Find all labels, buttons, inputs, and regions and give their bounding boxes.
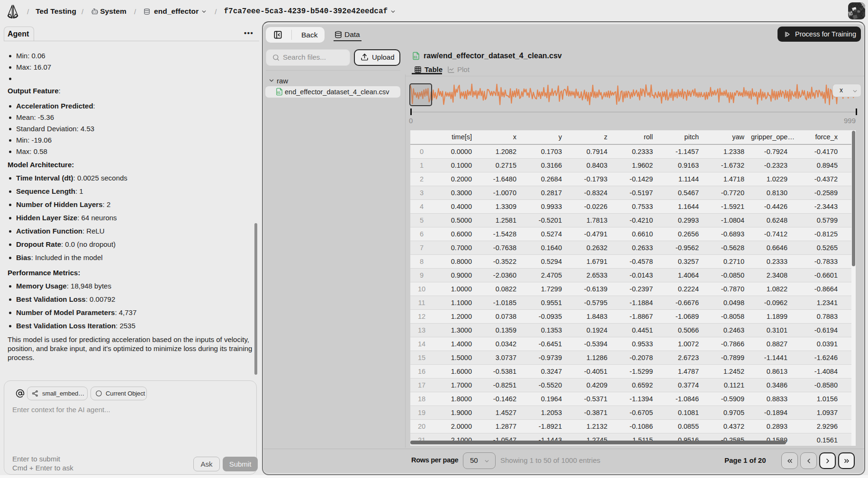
svg-text:01: 01 [277, 91, 281, 94]
svg-text:01: 01 [414, 55, 417, 59]
